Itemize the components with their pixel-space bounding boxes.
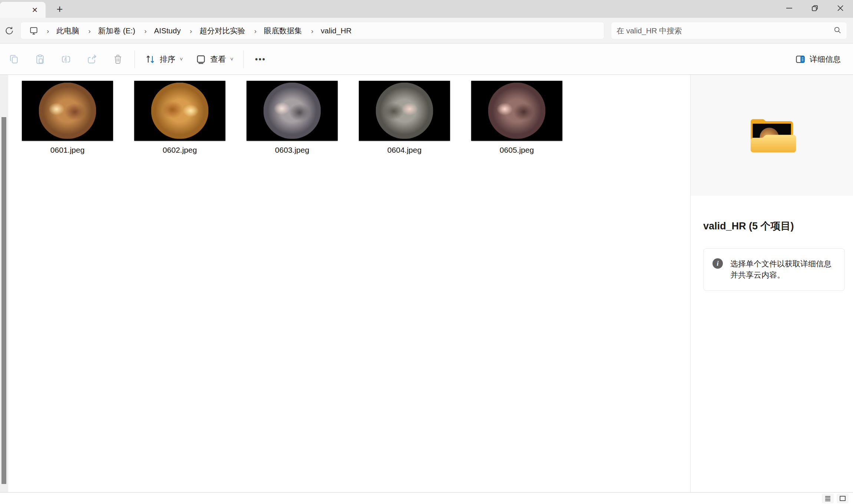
paste-button[interactable]: [30, 49, 50, 70]
fundus-image: [39, 83, 96, 139]
details-pane-toggle[interactable]: 详细信息: [791, 49, 844, 70]
view-label: 查看: [210, 54, 226, 64]
breadcrumb-item[interactable]: 超分对比实验: [196, 25, 249, 36]
share-button[interactable]: [82, 49, 102, 70]
folder-summary-title: valid_HR (5 个项目): [703, 219, 840, 233]
view-button[interactable]: 查看 ˅: [192, 49, 237, 70]
breadcrumb: ›此电脑 ›新加卷 (E:) ›AIStudy ›超分对比实验 ›眼底数据集 ›…: [43, 26, 355, 36]
sort-icon: [145, 54, 156, 65]
details-pane-label: 详细信息: [810, 54, 841, 64]
copy-button[interactable]: [4, 49, 24, 70]
explorer-body: 0601.jpeg 0602.jpeg 0603.jpeg 0604.jpeg …: [0, 75, 853, 492]
command-toolbar: A 排序 ˅: [0, 44, 853, 75]
restore-button[interactable]: [802, 0, 827, 16]
breadcrumb-item[interactable]: 新加卷 (E:): [95, 25, 139, 36]
fundus-image: [264, 83, 321, 139]
tab-bar: ✕ +: [0, 0, 853, 18]
window-controls: [776, 0, 853, 18]
fundus-thumbnail[interactable]: [247, 81, 338, 141]
fundus-thumbnail[interactable]: [471, 81, 562, 141]
breadcrumb-chevron: ›: [43, 27, 53, 35]
rename-icon: A: [60, 54, 72, 65]
breadcrumb-chevron: ›: [307, 27, 317, 35]
breadcrumb-item[interactable]: 此电脑: [53, 25, 83, 36]
fundus-image: [151, 83, 209, 139]
file-name: 0602.jpeg: [163, 146, 197, 155]
breadcrumb-item[interactable]: 眼底数据集: [260, 25, 306, 36]
file-item[interactable]: 0603.jpeg: [247, 81, 338, 155]
fundus-thumbnail[interactable]: [134, 81, 225, 141]
minimize-button[interactable]: [776, 0, 802, 16]
file-name: 0601.jpeg: [50, 146, 85, 155]
refresh-icon[interactable]: [1, 22, 18, 39]
breadcrumb-chevron: ›: [251, 27, 260, 35]
this-pc-icon[interactable]: [24, 26, 43, 36]
file-item[interactable]: 0604.jpeg: [359, 81, 450, 155]
new-tab-button[interactable]: +: [53, 3, 67, 16]
search-icon[interactable]: [833, 26, 842, 36]
breadcrumb-chevron: ›: [186, 27, 196, 35]
search-box[interactable]: [611, 22, 847, 39]
file-name: 0603.jpeg: [275, 146, 309, 155]
rename-button[interactable]: A: [56, 49, 76, 70]
fundus-image: [376, 83, 433, 139]
folder-preview-area: [691, 75, 853, 196]
address-bar[interactable]: ›此电脑 ›新加卷 (E:) ›AIStudy ›超分对比实验 ›眼底数据集 ›…: [20, 22, 604, 39]
file-item[interactable]: 0605.jpeg: [471, 81, 562, 155]
breadcrumb-chevron: ›: [85, 27, 94, 35]
file-name: 0604.jpeg: [387, 146, 421, 155]
thumbnail-view-icon[interactable]: [837, 494, 849, 503]
file-name: 0605.jpeg: [500, 146, 534, 155]
toolbar-separator: [135, 50, 135, 68]
fundus-thumbnail[interactable]: [359, 81, 450, 141]
paste-icon: [34, 54, 46, 65]
info-icon: i: [713, 258, 723, 269]
info-box: i 选择单个文件以获取详细信息并共享云内容。: [703, 248, 845, 291]
info-text: 选择单个文件以获取详细信息并共享云内容。: [730, 258, 836, 281]
sort-button[interactable]: 排序 ˅: [141, 49, 186, 70]
file-item[interactable]: 0602.jpeg: [134, 81, 225, 155]
toolbar-separator: [243, 50, 244, 68]
delete-button[interactable]: [108, 49, 128, 70]
list-view-icon[interactable]: [822, 494, 834, 503]
breadcrumb-item[interactable]: valid_HR: [317, 25, 355, 36]
breadcrumb-item[interactable]: AIStudy: [151, 25, 185, 36]
left-scrollbar-track[interactable]: [0, 75, 8, 492]
breadcrumb-chevron: ›: [140, 27, 150, 35]
view-icon: [195, 54, 206, 65]
trash-icon: [112, 54, 123, 65]
svg-text:A: A: [64, 57, 67, 61]
fundus-thumbnail[interactable]: [22, 81, 113, 141]
copy-icon: [9, 54, 20, 65]
left-scrollbar-thumb[interactable]: [1, 117, 6, 484]
status-bar: [0, 492, 853, 504]
sort-label: 排序: [160, 54, 175, 64]
details-pane: valid_HR (5 个项目) i 选择单个文件以获取详细信息并共享云内容。: [691, 75, 853, 492]
more-icon: •••: [255, 54, 266, 64]
folder-icon: [747, 116, 796, 155]
chevron-down-icon: ˅: [180, 56, 183, 62]
file-item[interactable]: 0601.jpeg: [22, 81, 113, 155]
details-pane-icon: [795, 54, 806, 65]
files-row: 0601.jpeg 0602.jpeg 0603.jpeg 0604.jpeg …: [8, 75, 690, 155]
file-list-area[interactable]: 0601.jpeg 0602.jpeg 0603.jpeg 0604.jpeg …: [8, 75, 690, 492]
search-input[interactable]: [616, 26, 830, 35]
see-more-button[interactable]: •••: [250, 49, 271, 70]
file-explorer-window: ✕ +: [0, 0, 853, 504]
address-row: ›此电脑 ›新加卷 (E:) ›AIStudy ›超分对比实验 ›眼底数据集 ›…: [0, 18, 853, 44]
chevron-down-icon: ˅: [230, 56, 233, 62]
explorer-tab[interactable]: ✕: [0, 2, 46, 18]
tab-close-icon[interactable]: ✕: [29, 4, 40, 16]
close-button[interactable]: [827, 0, 853, 16]
share-icon: [86, 54, 97, 65]
fundus-image: [488, 83, 546, 139]
